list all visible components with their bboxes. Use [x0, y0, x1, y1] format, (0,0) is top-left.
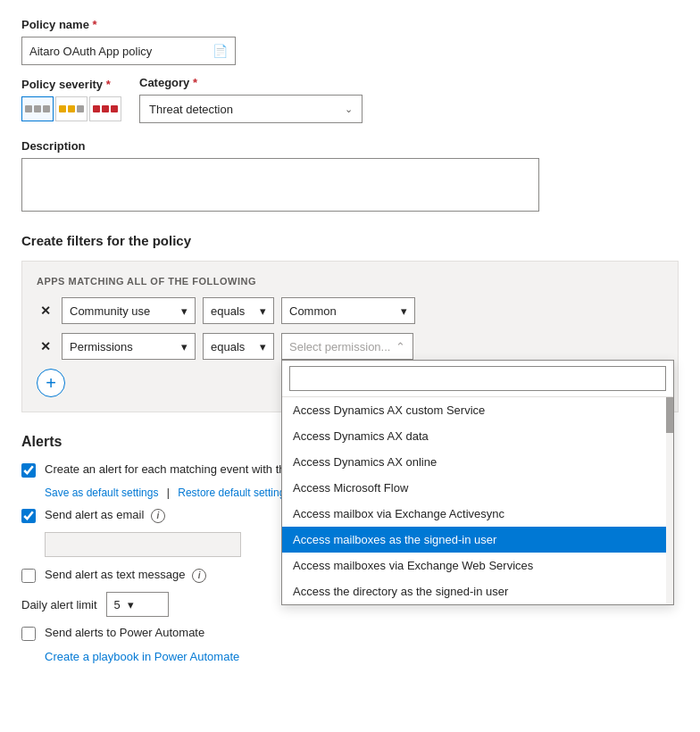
policy-name-section: Policy name 📄: [21, 18, 679, 65]
filter-field-1-chevron: [181, 304, 188, 318]
separator-1: |: [167, 487, 170, 499]
dot-red-1: [93, 105, 100, 112]
save-default-link[interactable]: Save as default settings: [45, 487, 158, 499]
category-section: Category Threat detection ⌄: [139, 76, 362, 123]
dropdown-item-3[interactable]: Access Microsoft Flow: [282, 475, 673, 501]
filter-value-1-text: Common: [289, 304, 337, 318]
policy-name-input[interactable]: [29, 45, 212, 58]
dropdown-item-2[interactable]: Access Dynamics AX online: [282, 449, 673, 475]
severity-high-btn[interactable]: [89, 96, 121, 121]
dot-orange-2: [68, 105, 75, 112]
category-chevron-down: ⌄: [345, 104, 353, 115]
dropdown-items-list: Access Dynamics AX custom Service Access…: [282, 397, 673, 604]
dropdown-item-1[interactable]: Access Dynamics AX data: [282, 423, 673, 449]
permission-search-input[interactable]: [289, 366, 666, 391]
doc-icon: 📄: [212, 44, 228, 58]
dropdown-item-6[interactable]: Access mailboxes via Exchange Web Servic…: [282, 553, 673, 578]
dot-red-3: [111, 105, 118, 112]
filters-title: Create filters for the policy: [21, 233, 679, 248]
dot-gray-2: [34, 105, 41, 112]
dot-red-2: [102, 105, 109, 112]
apps-label: APPS MATCHING ALL OF THE FOLLOWING: [37, 276, 663, 287]
severity-label: Policy severity: [21, 78, 121, 91]
scrollbar-thumb[interactable]: [666, 397, 673, 433]
description-textarea[interactable]: [21, 158, 539, 212]
power-automate-row: Send alerts to Power Automate: [21, 626, 679, 641]
severity-low-btn[interactable]: [21, 96, 54, 121]
daily-limit-label: Daily alert limit: [21, 598, 97, 611]
filter-operator-2-value: equals: [211, 340, 245, 354]
policy-name-label: Policy name: [21, 18, 679, 31]
filters-box: APPS MATCHING ALL OF THE FOLLOWING ✕ Com…: [21, 261, 679, 412]
send-email-checkbox[interactable]: [21, 509, 36, 523]
dropdown-item-5[interactable]: Access mailboxes as the signed-in user: [282, 527, 673, 553]
filter-field-1[interactable]: Community use: [62, 297, 196, 324]
create-playbook-link[interactable]: Create a playbook in Power Automate: [45, 650, 679, 663]
filter-row-2: ✕ Permissions equals Select permission..…: [37, 333, 663, 360]
filter-operator-1-value: equals: [211, 304, 245, 318]
dropdown-search-row: [282, 361, 673, 397]
restore-default-link[interactable]: Restore default setting: [178, 487, 285, 499]
email-input[interactable]: [45, 532, 241, 557]
remove-filter-1-btn[interactable]: ✕: [37, 304, 54, 318]
permission-chevron-up: ⌃: [396, 340, 405, 354]
dot-gray-1: [25, 105, 32, 112]
filter-field-2[interactable]: Permissions: [62, 333, 196, 360]
power-automate-checkbox[interactable]: [21, 627, 36, 641]
filter-value-1[interactable]: Common: [281, 297, 415, 324]
severity-category-row: Policy severity Category Threat detectio…: [21, 76, 679, 123]
add-filter-btn[interactable]: +: [37, 369, 65, 397]
scrollbar-track[interactable]: [666, 397, 673, 604]
filter-value-1-chevron: [401, 304, 407, 318]
permission-dropdown-popup: Access Dynamics AX custom Service Access…: [281, 360, 674, 605]
policy-name-input-wrapper[interactable]: 📄: [21, 37, 236, 65]
dot-gray-med: [77, 105, 84, 112]
dot-gray-3: [43, 105, 50, 112]
description-section: Description: [21, 139, 679, 212]
filter-field-2-value: Permissions: [70, 340, 133, 354]
permission-placeholder: Select permission...: [289, 340, 390, 354]
permission-dropdown-container: Select permission... ⌃ Access Dynamics A…: [281, 333, 413, 360]
permission-select[interactable]: Select permission... ⌃: [281, 333, 413, 360]
filter-field-1-value: Community use: [70, 304, 150, 318]
category-label: Category: [139, 76, 362, 89]
filter-row-1: ✕ Community use equals Common: [37, 297, 663, 324]
dropdown-item-7[interactable]: Access the directory as the signed-in us…: [282, 578, 673, 604]
category-select[interactable]: Threat detection ⌄: [139, 95, 362, 123]
daily-limit-value: 5: [114, 598, 121, 611]
send-text-checkbox[interactable]: [21, 569, 36, 583]
dropdown-item-0[interactable]: Access Dynamics AX custom Service: [282, 397, 673, 423]
filter-operator-2[interactable]: equals: [203, 333, 274, 360]
daily-limit-select[interactable]: 5: [106, 592, 169, 617]
email-info-icon: i: [151, 509, 165, 523]
text-info-icon: i: [192, 569, 206, 583]
description-label: Description: [21, 139, 679, 153]
filter-operator-1[interactable]: equals: [203, 297, 274, 324]
filter-operator-2-chevron: [260, 340, 266, 354]
remove-filter-2-btn[interactable]: ✕: [37, 339, 54, 354]
filter-field-2-chevron: [181, 340, 188, 354]
daily-limit-chevron: [128, 598, 134, 611]
filter-operator-1-chevron: [260, 304, 266, 318]
filters-section: Create filters for the policy APPS MATCH…: [21, 233, 679, 412]
severity-group: [21, 96, 121, 121]
alert-event-checkbox[interactable]: [21, 463, 36, 478]
severity-section: Policy severity: [21, 78, 121, 121]
category-value: Threat detection: [149, 103, 233, 116]
power-automate-label: Send alerts to Power Automate: [45, 626, 679, 639]
dot-orange-1: [59, 105, 66, 112]
severity-medium-btn[interactable]: [55, 96, 88, 121]
dropdown-item-4[interactable]: Access mailbox via Exchange Activesync: [282, 501, 673, 527]
